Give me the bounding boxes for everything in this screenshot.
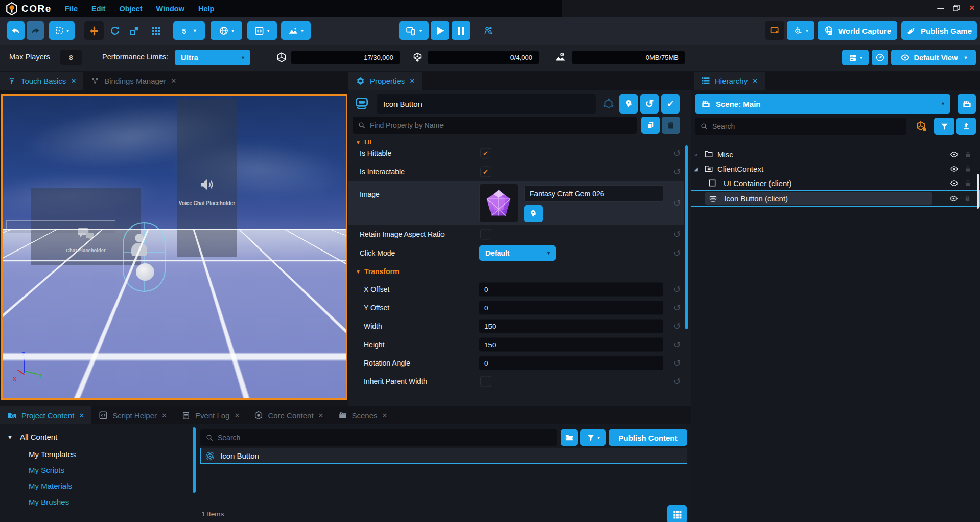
open-folder-button[interactable]: [561, 429, 578, 446]
scene-manager-button[interactable]: [958, 94, 976, 114]
tab-close-icon[interactable]: ✕: [382, 412, 388, 419]
reset-icon[interactable]: ↺: [673, 376, 681, 387]
tree-item-my-materials[interactable]: My Materials: [29, 482, 72, 490]
lock-icon[interactable]: [964, 151, 972, 158]
hierarchy-filter-button[interactable]: [934, 118, 954, 135]
performance-monitor-button[interactable]: [872, 50, 888, 65]
x-offset-input[interactable]: 0: [479, 283, 663, 297]
rotation-angle-input[interactable]: 0: [479, 356, 663, 370]
tree-item-all-content[interactable]: ▼All Content: [7, 433, 57, 441]
content-item-icon-button[interactable]: Icon Button: [200, 448, 687, 464]
visibility-eye-icon[interactable]: [950, 165, 959, 173]
tab-scenes[interactable]: Scenes✕: [331, 406, 395, 424]
minimize-button[interactable]: —: [937, 4, 944, 12]
collapse-arrow-icon[interactable]: ▹: [695, 151, 698, 158]
close-button[interactable]: ✕: [969, 4, 975, 12]
hierarchy-scrollbar[interactable]: [977, 174, 979, 209]
object-name-field[interactable]: [377, 94, 596, 114]
is-interactable-checkbox[interactable]: ✔: [480, 167, 491, 177]
network-filter-button[interactable]: [911, 118, 932, 135]
tab-close-icon[interactable]: ✕: [71, 77, 76, 85]
reset-icon[interactable]: ↺: [673, 148, 681, 159]
hierarchy-search-input[interactable]: [712, 122, 901, 130]
scale-tool-button[interactable]: [126, 21, 143, 40]
world-tools-dropdown[interactable]: ▾: [211, 21, 242, 40]
reset-icon[interactable]: ↺: [673, 198, 681, 209]
copy-properties-button[interactable]: [641, 117, 660, 134]
selection-mode-dropdown[interactable]: ▾: [49, 21, 75, 40]
section-collapse-icon[interactable]: ▼: [356, 269, 361, 275]
tree-node-icon-button-selected[interactable]: Icon Button (client): [691, 190, 980, 207]
scene-dropdown[interactable]: Scene: Main ▾: [695, 94, 950, 114]
image-asset-name-field[interactable]: Fantasy Craft Gem 026: [524, 185, 663, 202]
tab-close-icon[interactable]: ✕: [161, 412, 167, 419]
tree-item-my-brushes[interactable]: My Brushes: [29, 497, 69, 506]
click-mode-dropdown[interactable]: Default▾: [479, 245, 556, 261]
tab-close-icon[interactable]: ✕: [79, 412, 84, 419]
tree-item-my-scripts[interactable]: My Scripts: [29, 466, 64, 474]
expand-arrow-icon[interactable]: ◢: [694, 166, 698, 172]
tree-node-misc[interactable]: ▹ Misc: [691, 147, 980, 162]
reset-object-button[interactable]: ↺: [640, 94, 659, 114]
menu-item-window[interactable]: Window: [156, 5, 184, 13]
menu-item-help[interactable]: Help: [198, 5, 214, 13]
tab-script-helper[interactable]: Script Helper✕: [91, 406, 174, 424]
property-search-input[interactable]: [370, 121, 632, 129]
reset-icon[interactable]: ↺: [673, 229, 681, 240]
width-input[interactable]: 150: [479, 320, 663, 333]
image-asset-thumbnail[interactable]: [479, 184, 518, 222]
paste-properties-button[interactable]: [662, 117, 680, 134]
play-button[interactable]: [431, 21, 449, 40]
redo-button[interactable]: [27, 21, 44, 40]
tab-bindings-manager[interactable]: Bindings Manager✕: [83, 72, 183, 90]
save-options-dropdown[interactable]: ▾: [842, 50, 869, 65]
properties-scrollbar[interactable]: [685, 145, 688, 329]
ui-preview-toggle-button[interactable]: [765, 21, 784, 40]
tree-node-ui-container[interactable]: UI Container (client): [691, 176, 980, 190]
height-input[interactable]: 150: [479, 338, 663, 352]
lock-icon[interactable]: [964, 179, 972, 187]
confirm-button[interactable]: ✔: [661, 94, 680, 114]
lock-icon[interactable]: [964, 195, 971, 202]
reset-icon[interactable]: ↺: [673, 358, 681, 369]
menu-item-edit[interactable]: Edit: [91, 5, 105, 13]
tab-close-icon[interactable]: ✕: [171, 77, 176, 85]
viewport-3d[interactable]: Voice Chat Placeholder Chat Placeholder …: [1, 94, 347, 400]
is-hittable-checkbox[interactable]: ✔: [480, 148, 491, 159]
visibility-eye-icon[interactable]: [950, 150, 959, 159]
section-collapse-icon[interactable]: ▼: [356, 140, 361, 145]
restore-button[interactable]: [953, 5, 960, 11]
terrain-tools-dropdown[interactable]: ▾: [281, 21, 311, 40]
preview-mode-dropdown[interactable]: ▾: [399, 21, 429, 40]
reset-icon[interactable]: ↺: [673, 303, 681, 313]
reset-icon[interactable]: ↺: [673, 321, 681, 332]
tab-close-icon[interactable]: ✕: [752, 77, 758, 85]
tab-close-icon[interactable]: ✕: [234, 412, 240, 419]
rotate-tool-button[interactable]: [107, 21, 123, 40]
default-view-dropdown[interactable]: Default View▾: [891, 50, 976, 65]
publish-content-button[interactable]: Publish Content: [609, 429, 687, 446]
tab-project-content[interactable]: Project Content✕: [0, 406, 91, 424]
find-in-hierarchy-button[interactable]: [619, 94, 638, 114]
content-search[interactable]: [200, 429, 557, 446]
move-tool-button[interactable]: [84, 21, 104, 40]
max-players-input[interactable]: 8: [60, 50, 82, 65]
hierarchy-search[interactable]: [695, 118, 906, 135]
image-asset-find-button[interactable]: [524, 205, 543, 222]
tree-item-my-templates[interactable]: My Templates: [29, 450, 76, 459]
reset-icon[interactable]: ↺: [673, 167, 681, 177]
inherit-parent-width-checkbox[interactable]: [480, 376, 491, 387]
publish-game-button[interactable]: Publish Game: [901, 21, 977, 40]
visibility-eye-icon[interactable]: [950, 179, 959, 188]
lock-icon[interactable]: [964, 165, 972, 173]
grid-snap-button[interactable]: [148, 21, 164, 40]
capture-tools-dropdown[interactable]: ▾: [787, 21, 814, 40]
menu-item-object[interactable]: Object: [119, 5, 142, 13]
tab-close-icon[interactable]: ✕: [318, 412, 324, 419]
reset-icon[interactable]: ↺: [673, 339, 681, 350]
pause-button[interactable]: [452, 21, 470, 40]
performance-limits-dropdown[interactable]: Ultra▾: [175, 50, 250, 65]
tree-node-clientcontext[interactable]: ◢ ClientContext: [691, 162, 980, 176]
collapse-arrow-icon[interactable]: ▼: [7, 434, 13, 440]
tab-properties[interactable]: Properties✕: [348, 72, 422, 90]
